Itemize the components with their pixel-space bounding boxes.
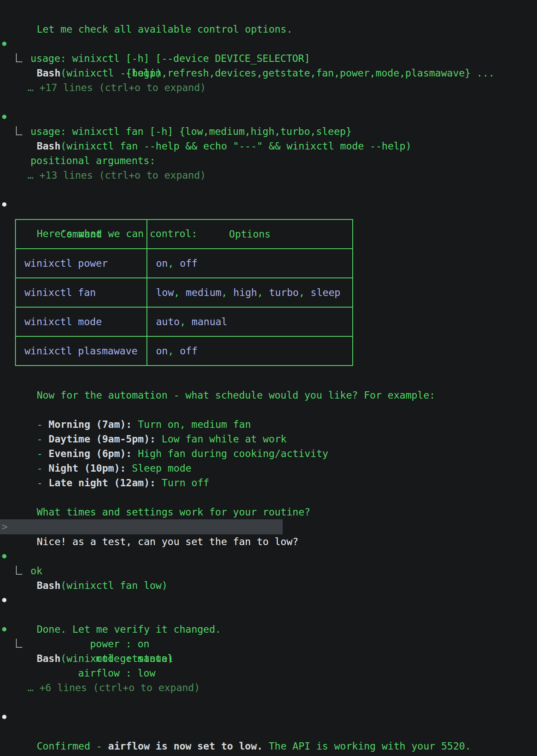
tool-bullet-icon bbox=[2, 554, 6, 558]
tool-bullet-icon bbox=[2, 42, 6, 46]
option-value: manual bbox=[192, 316, 227, 327]
expand-hint[interactable]: … +17 lines (ctrl+o to expand) bbox=[0, 80, 537, 95]
user-message-text: Nice! as a test, can you set the fan to … bbox=[37, 536, 298, 547]
cell-options: on, off bbox=[147, 249, 353, 278]
spacer bbox=[0, 95, 537, 110]
tool-output-getstate: power : on mode : manual airflow : low …… bbox=[0, 637, 537, 695]
table-row-mode: winixctl mode auto, manual bbox=[15, 307, 353, 336]
schedule-item-daytime: - Daytime (9am-5pm):Low fan while at wor… bbox=[0, 417, 537, 432]
separator: , bbox=[221, 287, 233, 298]
assistant-message: Done. Let me verify it changed. bbox=[0, 593, 537, 607]
tool-output-fan-low: ok bbox=[0, 564, 537, 578]
output-text: power : on bbox=[31, 638, 150, 649]
output-text: ok bbox=[31, 565, 43, 576]
prompt-chevron: > bbox=[2, 519, 8, 534]
separator: , bbox=[174, 287, 186, 298]
spacer bbox=[0, 607, 537, 622]
message-text: Now for the automation - what schedule w… bbox=[37, 390, 435, 401]
output-line: usage: winixctl fan [-h] {low,medium,hig… bbox=[0, 124, 537, 139]
table-row-fan: winixctl fan low, medium, high, turbo, s… bbox=[15, 278, 353, 307]
list-dash: - bbox=[37, 477, 49, 488]
message-text: Let me check all available control optio… bbox=[37, 24, 292, 35]
tool-call-fan-low: Bash(winixctl fan low) bbox=[0, 549, 537, 564]
assistant-message: Confirmed - airflow is now set to low. T… bbox=[0, 710, 537, 724]
separator: , bbox=[257, 287, 269, 298]
output-line: power : on bbox=[0, 637, 537, 651]
cell-options: on, off bbox=[147, 336, 353, 366]
tool-command: (winixctl fan low) bbox=[61, 580, 168, 591]
output-text: airflow : low bbox=[31, 668, 156, 679]
spacer bbox=[0, 724, 537, 739]
table-row-power: winixctl power on, off bbox=[15, 249, 353, 278]
message-text: What times and settings work for your ro… bbox=[37, 506, 310, 518]
separator: , bbox=[168, 258, 180, 269]
output-line: usage: winixctl [-h] [--device DEVICE_SE… bbox=[0, 51, 537, 66]
message-bullet-icon bbox=[2, 715, 6, 719]
tool-call-getstate: Bash(winixctl getstate) bbox=[0, 622, 537, 637]
expand-hint[interactable]: … +13 lines (ctrl+o to expand) bbox=[0, 168, 537, 183]
message-bullet-icon bbox=[2, 202, 6, 207]
schedule-item-night: - Night (10pm):Sleep mode bbox=[0, 446, 537, 461]
option-value: off bbox=[180, 258, 198, 269]
output-text: {login,refresh,devices,getstate,fan,powe… bbox=[31, 67, 494, 79]
schedule-desc: Turn off bbox=[162, 477, 209, 488]
option-value: medium bbox=[186, 287, 221, 298]
cell-command: winixctl fan bbox=[15, 278, 147, 307]
option-value: auto bbox=[156, 316, 180, 327]
separator: , bbox=[180, 316, 192, 327]
schedule-item-morning: - Morning (7am):Turn on, medium fan bbox=[0, 402, 537, 417]
output-text: usage: winixctl [-h] [--device DEVICE_SE… bbox=[31, 53, 310, 64]
assistant-message: Now for the automation - what schedule w… bbox=[0, 373, 537, 388]
option-value: on bbox=[156, 258, 168, 269]
message-text: Here's what we can control: bbox=[37, 228, 197, 239]
user-message: >Nice! as a test, can you set the fan to… bbox=[0, 519, 283, 534]
message-bullet-icon bbox=[2, 598, 6, 602]
output-text: positional arguments: bbox=[31, 155, 156, 166]
spacer bbox=[0, 695, 537, 710]
spacer bbox=[0, 183, 537, 197]
cell-command: winixctl power bbox=[15, 249, 147, 278]
option-value: high bbox=[233, 287, 257, 298]
cell-options: low, medium, high, turbo, sleep bbox=[147, 278, 353, 307]
option-value: turbo bbox=[269, 287, 299, 298]
assistant-message: Ready to set up your time-based automati… bbox=[0, 739, 537, 753]
option-value: on bbox=[156, 345, 168, 357]
output-line bbox=[0, 139, 537, 153]
tool-output-fan-mode-help: usage: winixctl fan [-h] {low,medium,hig… bbox=[0, 124, 537, 183]
assistant-message: Let me check all available control optio… bbox=[0, 7, 537, 22]
tool-name: Bash bbox=[37, 580, 60, 591]
option-value: low bbox=[156, 287, 174, 298]
expand-hint-text: … +13 lines (ctrl+o to expand) bbox=[27, 170, 206, 181]
option-value: off bbox=[180, 345, 198, 357]
tool-bullet-icon bbox=[2, 115, 6, 119]
control-options-table: Command Options winixctl power on, off w… bbox=[15, 219, 353, 366]
separator: , bbox=[299, 287, 311, 298]
schedule-label: Late night (12am): bbox=[49, 477, 156, 488]
tool-call-fan-mode-help: Bash(winixctl fan --help && echo "---" &… bbox=[0, 110, 537, 124]
assistant-message: Here's what we can control: bbox=[0, 197, 537, 212]
cell-command: winixctl plasmawave bbox=[15, 336, 147, 366]
output-text: usage: winixctl fan [-h] {low,medium,hig… bbox=[31, 126, 352, 137]
expand-hint[interactable]: … +6 lines (ctrl+o to expand) bbox=[0, 680, 537, 695]
table-row-plasmawave: winixctl plasmawave on, off bbox=[15, 336, 353, 366]
output-text: mode : manual bbox=[31, 653, 173, 664]
option-value: sleep bbox=[311, 287, 340, 298]
output-line: mode : manual bbox=[0, 651, 537, 666]
tool-call-bash-help: Bash(winixctl --help) bbox=[0, 37, 537, 51]
cell-command: winixctl mode bbox=[15, 307, 147, 336]
terminal[interactable]: Let me check all available control optio… bbox=[0, 0, 537, 756]
output-line: {login,refresh,devices,getstate,fan,powe… bbox=[0, 66, 537, 80]
schedule-item-late-night: - Late night (12am):Turn off bbox=[0, 461, 537, 476]
expand-hint-text: … +17 lines (ctrl+o to expand) bbox=[27, 82, 206, 93]
output-line: airflow : low bbox=[0, 666, 537, 680]
cell-options: auto, manual bbox=[147, 307, 353, 336]
output-line: positional arguments: bbox=[0, 153, 537, 168]
output-line: ok bbox=[0, 564, 537, 578]
assistant-message: What times and settings work for your ro… bbox=[0, 490, 537, 505]
expand-hint-text: … +6 lines (ctrl+o to expand) bbox=[27, 682, 200, 693]
separator: , bbox=[168, 345, 180, 357]
tool-output-bash-help: usage: winixctl [-h] [--device DEVICE_SE… bbox=[0, 51, 537, 95]
tool-bullet-icon bbox=[2, 627, 6, 631]
schedule-item-evening: - Evening (6pm):High fan during cooking/… bbox=[0, 432, 537, 446]
